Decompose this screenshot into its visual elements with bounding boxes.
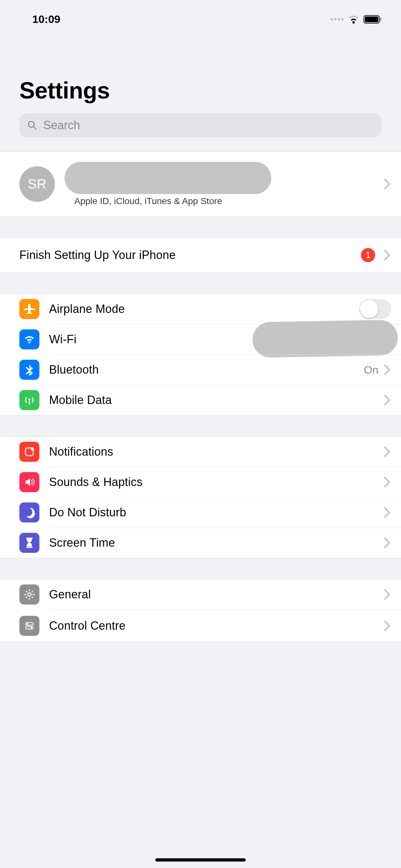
home-indicator[interactable] xyxy=(155,858,246,862)
svg-rect-10 xyxy=(26,547,33,548)
svg-rect-2 xyxy=(380,18,381,21)
battery-status-icon xyxy=(364,15,382,24)
bluetooth-value: On xyxy=(364,364,378,376)
general-label: General xyxy=(49,588,383,601)
status-right xyxy=(331,15,382,24)
status-time: 10:09 xyxy=(32,13,60,26)
chevron-right-icon xyxy=(383,364,391,376)
chevron-right-icon xyxy=(383,620,391,631)
svg-point-23 xyxy=(31,627,32,629)
dnd-label: Do Not Disturb xyxy=(49,506,383,519)
chevron-right-icon xyxy=(383,249,391,261)
svg-line-4 xyxy=(34,127,36,129)
header: Settings xyxy=(0,29,401,137)
mobile-data-row[interactable]: Mobile Data xyxy=(0,385,401,415)
system-group: General Control Centre xyxy=(0,579,401,642)
airplane-mode-label: Airplane Mode xyxy=(49,302,359,316)
cellular-dots-icon xyxy=(331,18,343,20)
screen-time-label: Screen Time xyxy=(49,536,383,550)
wifi-icon xyxy=(19,330,39,349)
chevron-right-icon xyxy=(383,537,391,549)
mobile-data-label: Mobile Data xyxy=(49,393,383,407)
notifications-label: Notifications xyxy=(49,445,383,459)
toggles-icon xyxy=(19,616,39,636)
svg-rect-9 xyxy=(26,538,33,538)
finish-setup-group: Finish Setting Up Your iPhone 1 xyxy=(0,237,401,273)
bluetooth-label: Bluetooth xyxy=(49,363,364,376)
speaker-icon xyxy=(19,472,39,492)
hourglass-icon xyxy=(19,533,39,553)
airplane-mode-toggle[interactable] xyxy=(359,299,391,319)
control-centre-row[interactable]: Control Centre xyxy=(0,610,401,642)
profile-name-redacted xyxy=(65,162,271,194)
svg-line-17 xyxy=(32,597,33,598)
search-input[interactable] xyxy=(43,119,374,132)
avatar: SR xyxy=(19,166,55,202)
wifi-status-icon xyxy=(348,15,359,24)
wifi-value-redacted xyxy=(252,320,398,358)
notifications-row[interactable]: Notifications xyxy=(0,437,401,467)
alerts-group: Notifications Sounds & Haptics Do Not Di… xyxy=(0,436,401,558)
finish-setup-row[interactable]: Finish Setting Up Your iPhone 1 xyxy=(0,238,401,273)
apple-id-row[interactable]: SR Apple ID, iCloud, iTunes & App Store xyxy=(0,152,401,216)
svg-line-16 xyxy=(26,591,27,592)
chevron-right-icon xyxy=(383,394,391,406)
notifications-icon xyxy=(19,442,39,462)
antenna-icon xyxy=(19,390,39,410)
chevron-right-icon xyxy=(383,476,391,488)
svg-line-19 xyxy=(26,597,27,598)
svg-rect-1 xyxy=(365,17,378,22)
gear-icon xyxy=(19,585,39,604)
profile-group: SR Apple ID, iCloud, iTunes & App Store xyxy=(0,151,401,217)
chevron-right-icon xyxy=(383,589,391,600)
svg-line-18 xyxy=(32,591,33,592)
connectivity-group: Airplane Mode Wi-Fi Bluetooth On Mobile … xyxy=(0,293,401,415)
general-row[interactable]: General xyxy=(0,579,401,610)
bluetooth-row[interactable]: Bluetooth On xyxy=(0,354,401,385)
svg-point-8 xyxy=(31,447,34,451)
sounds-row[interactable]: Sounds & Haptics xyxy=(0,467,401,497)
dnd-row[interactable]: Do Not Disturb xyxy=(0,497,401,528)
wifi-row[interactable]: Wi-Fi xyxy=(0,324,401,354)
profile-subtitle: Apple ID, iCloud, iTunes & App Store xyxy=(65,196,383,206)
svg-rect-6 xyxy=(29,400,30,405)
search-field[interactable] xyxy=(19,113,382,137)
search-icon xyxy=(27,120,37,130)
svg-point-21 xyxy=(27,623,28,625)
airplane-icon xyxy=(19,299,39,319)
page-title: Settings xyxy=(19,77,382,110)
notification-badge: 1 xyxy=(361,248,375,262)
control-centre-label: Control Centre xyxy=(49,619,383,632)
status-bar: 10:09 xyxy=(0,0,401,29)
airplane-mode-row[interactable]: Airplane Mode xyxy=(0,294,401,324)
moon-icon xyxy=(19,502,39,523)
sounds-label: Sounds & Haptics xyxy=(49,475,383,489)
svg-point-11 xyxy=(28,593,31,596)
finish-setup-label: Finish Setting Up Your iPhone xyxy=(19,248,361,262)
chevron-right-icon xyxy=(383,507,391,518)
chevron-right-icon xyxy=(383,178,391,190)
screen-time-row[interactable]: Screen Time xyxy=(0,528,401,558)
chevron-right-icon xyxy=(383,446,391,458)
bluetooth-icon xyxy=(19,360,39,380)
